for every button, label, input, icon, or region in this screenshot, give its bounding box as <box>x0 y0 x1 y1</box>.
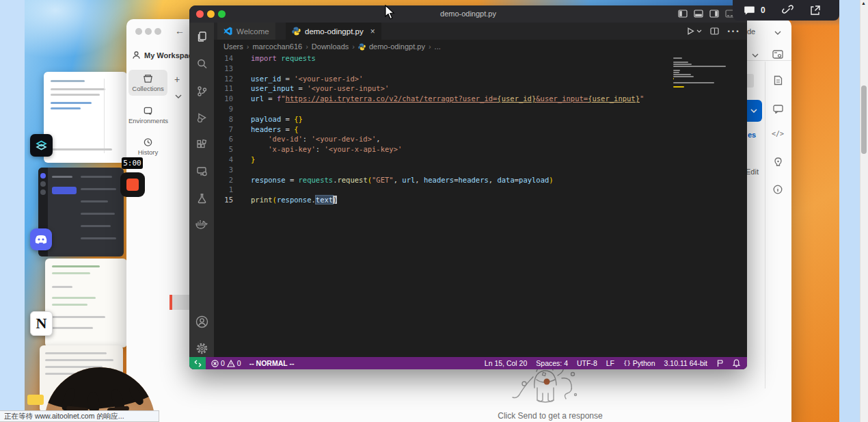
code-line[interactable]: 12user_id = '<your-user-id>' <box>214 74 747 84</box>
code-line[interactable]: 3 <box>214 165 747 175</box>
workspace-selector[interactable]: My Workspace <box>132 51 197 60</box>
remote-indicator[interactable] <box>189 357 206 369</box>
breadcrumb-separator: › <box>247 42 249 51</box>
breadcrumb-item[interactable]: Downloads <box>312 42 349 51</box>
page-scrollbar[interactable] <box>860 0 868 422</box>
extensions-icon[interactable] <box>189 139 214 153</box>
run-python-file-button[interactable] <box>687 27 702 35</box>
documentation-icon[interactable] <box>772 75 784 88</box>
user-icon <box>132 51 141 60</box>
source-control-icon[interactable] <box>189 85 214 100</box>
code-line[interactable]: 7headers = { <box>214 124 747 135</box>
notifications-bell-icon[interactable] <box>733 359 740 367</box>
vim-mode-indicator[interactable]: -- NORMAL -- <box>249 359 295 367</box>
vscode-titlebar[interactable]: demo-odingpt.py <box>189 5 747 23</box>
cursor-position[interactable]: Ln 15, Col 20 <box>485 359 527 367</box>
eol-sequence[interactable]: LF <box>606 359 614 367</box>
sidebar-item-history[interactable]: History <box>128 137 167 156</box>
indentation[interactable]: Spaces: 4 <box>536 359 568 367</box>
accounts-icon[interactable] <box>189 315 214 331</box>
window-zoom-button[interactable] <box>154 28 161 35</box>
breadcrumb-item[interactable]: demo-odingpt.py <box>369 42 425 51</box>
code-line[interactable]: 15print(response.text) <box>214 195 747 205</box>
code-line[interactable]: 2response = requests.request("GET", url,… <box>214 175 747 185</box>
back-arrow-icon[interactable]: ← <box>175 25 185 36</box>
tab-demo-odingpt[interactable]: demo-odingpt.py × <box>286 23 381 40</box>
remote-explorer-icon[interactable] <box>189 166 214 180</box>
explorer-icon[interactable] <box>189 31 214 45</box>
toggle-panel-icon[interactable] <box>694 10 703 18</box>
thumbnail-notion-window[interactable] <box>45 259 127 347</box>
edit-link[interactable]: Edit <box>746 168 759 176</box>
breadcrumb-item[interactable]: Users <box>223 42 243 51</box>
formatter-icon[interactable] <box>716 360 724 367</box>
code-line[interactable]: 6 'dev-id': '<your-dev-id>', <box>214 134 747 144</box>
python-file-icon <box>292 27 301 36</box>
cookies-link-fragment[interactable]: es <box>748 131 756 139</box>
sidebar-item-collections[interactable]: Collections <box>128 70 167 96</box>
environment-selector[interactable]: de <box>747 27 755 36</box>
settings-gear-icon[interactable] <box>189 342 214 358</box>
split-editor-icon[interactable] <box>710 27 719 35</box>
browser-status-text: 正在等待 www.aitoolnet.com 的响应... <box>0 410 159 422</box>
run-debug-icon[interactable] <box>189 112 214 127</box>
window-close-button[interactable] <box>135 28 142 35</box>
tab-welcome[interactable]: Welcome <box>217 23 275 40</box>
chevron-down-icon[interactable] <box>774 31 781 35</box>
pin-collection-icon[interactable] <box>772 157 784 170</box>
chevron-down-icon[interactable] <box>752 53 759 57</box>
share-icon[interactable] <box>810 5 821 16</box>
problems-indicator[interactable]: 0 0 <box>211 359 241 367</box>
breadcrumb-item[interactable]: marcochan616 <box>252 42 302 51</box>
tab-close-icon[interactable]: × <box>370 27 375 36</box>
comment-icon[interactable] <box>744 5 755 16</box>
thumbnail-browser-window[interactable] <box>44 72 127 163</box>
code-snippet-icon[interactable]: </> <box>772 130 784 137</box>
video-frame: N 5:00 ← My Workspace Collectio <box>0 0 868 422</box>
line-number: 11 <box>214 83 241 94</box>
breadcrumb-item[interactable]: ... <box>435 42 441 51</box>
code-line[interactable]: 13 <box>214 64 747 74</box>
code-line[interactable]: 11user_input = '<your-user-input>' <box>214 83 747 94</box>
docker-icon[interactable] <box>189 220 214 233</box>
code-line[interactable]: 9 <box>214 104 747 114</box>
scrollbar-up-arrow[interactable]: ▲ <box>861 1 866 5</box>
info-icon[interactable] <box>772 185 784 197</box>
window-minimize-button[interactable] <box>145 28 152 35</box>
scrollbar-thumb[interactable] <box>861 85 867 154</box>
astronaut-illustration <box>499 365 601 407</box>
stop-recording-button[interactable] <box>120 172 145 197</box>
environment-quicklook-icon[interactable] <box>772 49 784 62</box>
notion-app-icon[interactable]: N <box>30 311 53 336</box>
code-line[interactable]: 5 'x-api-key': '<your-x-api-key>' <box>214 144 747 155</box>
link-icon[interactable] <box>782 5 794 16</box>
line-number: 5 <box>214 144 241 155</box>
code-line[interactable]: 10url = f"https://api.tryterra.co/v2/cha… <box>214 94 747 104</box>
minimap[interactable] <box>673 57 728 88</box>
code-line[interactable]: 4} <box>214 155 747 165</box>
comments-icon[interactable] <box>772 104 784 116</box>
sidebar-item-environments[interactable]: Environments <box>128 106 167 124</box>
breadcrumb[interactable]: Users›marcochan616›Downloads›demo-odingp… <box>214 40 747 53</box>
toggle-sidebar-icon[interactable] <box>678 10 688 18</box>
new-tab-button[interactable]: + <box>174 74 180 85</box>
discord-app-icon[interactable] <box>30 228 52 250</box>
line-number: 14 <box>214 53 241 64</box>
testing-icon[interactable] <box>189 193 214 207</box>
code-line[interactable]: 8payload = {} <box>214 114 747 124</box>
code-line[interactable]: 14import requests <box>214 53 747 64</box>
language-mode[interactable]: {} Python <box>623 359 655 367</box>
request-list-item[interactable] <box>169 295 190 310</box>
warning-count: 0 <box>237 359 241 367</box>
python-version[interactable]: 3.10.11 64-bit <box>664 359 707 367</box>
encoding[interactable]: UTF-8 <box>577 359 597 367</box>
chevron-down-icon[interactable] <box>175 94 182 98</box>
error-count: 0 <box>221 359 225 367</box>
send-split-button[interactable] <box>745 100 762 122</box>
toggle-secondary-sidebar-icon[interactable] <box>709 10 719 18</box>
search-icon[interactable] <box>189 58 214 72</box>
code-editor[interactable]: 14import requests1312user_id = '<your-us… <box>214 53 747 357</box>
code-line[interactable]: 1 <box>214 185 747 195</box>
more-actions-icon[interactable]: ··· <box>727 25 740 38</box>
screen-capture-app-icon[interactable] <box>30 134 53 157</box>
